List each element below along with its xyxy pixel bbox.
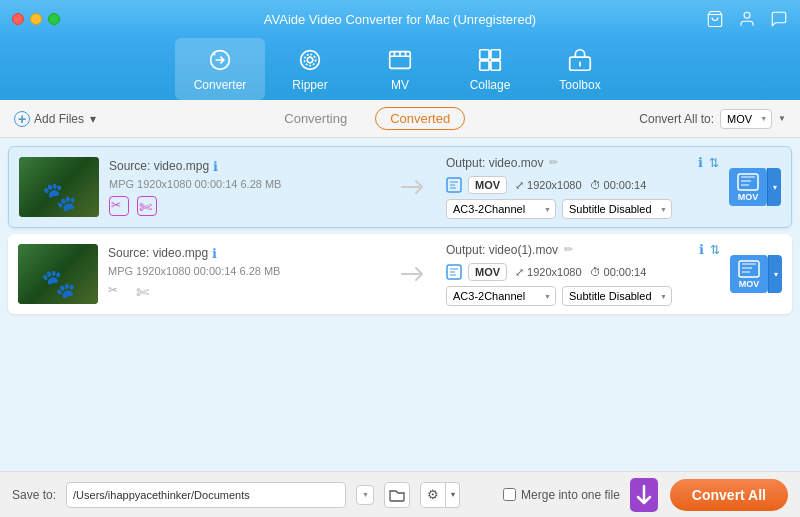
maximize-button[interactable] (48, 13, 60, 25)
converting-tab[interactable]: Converting (276, 107, 355, 130)
tab-collage[interactable]: Collage (445, 38, 535, 100)
down-arrow-icon (636, 484, 652, 506)
audio-select-wrap-2: AC3-2Channel (446, 286, 556, 306)
output-selects-1: AC3-2Channel Subtitle Disabled (446, 199, 719, 219)
format-thumb-btn-1[interactable]: MOV (729, 168, 767, 206)
audio-select-wrap-1: AC3-2Channel (446, 199, 556, 219)
add-files-label: Add Files (34, 112, 84, 126)
output-area-2: Output: video(1).mov ✏ ℹ ⇅ MOV ⤢ 1920x10… (446, 242, 720, 306)
output-info-icon-2[interactable]: ℹ (699, 242, 704, 257)
traffic-lights (12, 13, 60, 25)
user-icon[interactable] (738, 10, 756, 28)
message-icon[interactable] (770, 10, 788, 28)
audio-select-1[interactable]: AC3-2Channel (446, 199, 556, 219)
edit-filename-icon-1[interactable]: ✏ (549, 156, 558, 169)
subtitle-select-2[interactable]: Subtitle Disabled (562, 286, 672, 306)
thumb-btn-icon-2 (738, 260, 760, 278)
output-filename-1: Output: video.mov (446, 156, 543, 170)
merge-label: Merge into one file (521, 488, 620, 502)
convert-all-to-label: Convert All to: (639, 112, 714, 126)
add-files-button[interactable]: + Add Files (14, 111, 84, 127)
output-header-1: Output: video.mov ✏ ℹ ⇅ (446, 155, 719, 170)
output-format-info-2: MOV (446, 263, 507, 281)
clock-icon-1: ⏱ (590, 179, 601, 191)
subtitle-select-wrap-1: Subtitle Disabled (562, 199, 672, 219)
trim-icon-1[interactable]: ✂ (109, 196, 129, 216)
tab-group: Converting Converted (276, 107, 465, 130)
output-info-icon-1[interactable]: ℹ (698, 155, 703, 170)
format-icon-2 (446, 264, 462, 280)
convert-all-to: Convert All to: MOV MP4 AVI ▼ (639, 109, 786, 129)
tab-ripper-label: Ripper (292, 78, 327, 92)
converter-icon (206, 46, 234, 74)
mv-icon (386, 46, 414, 74)
gear-btn-arrow[interactable]: ▾ (446, 482, 460, 508)
toolbar: + Add Files ▾ Converting Converted Conve… (0, 100, 800, 138)
format-thumb-btn-2[interactable]: MOV (730, 255, 768, 293)
source-info-icon-1[interactable]: ℹ (213, 159, 218, 174)
output-res-2: ⤢ 1920x1080 (515, 266, 581, 279)
title-bar: AVAide Video Converter for Mac (Unregist… (0, 0, 800, 38)
audio-select-2[interactable]: AC3-2Channel (446, 286, 556, 306)
cut-icon-2[interactable]: ✄ (136, 283, 156, 303)
add-files-dropdown[interactable]: ▾ (84, 110, 102, 128)
file-row-2: 🐾 Source: video.mpg ℹ MPG 1920x1080 00:0… (8, 234, 792, 314)
merge-checkbox-input[interactable] (503, 488, 516, 501)
thumb-btn-dropdown-1[interactable]: ▾ (767, 168, 781, 206)
output-row-2: MOV ⤢ 1920x1080 ⏱ 00:00:14 (446, 263, 720, 281)
folder-icon-btn[interactable] (384, 482, 410, 508)
output-header-2: Output: video(1).mov ✏ ℹ ⇅ (446, 242, 720, 257)
tab-collage-label: Collage (470, 78, 511, 92)
format-select[interactable]: MOV MP4 AVI (720, 109, 772, 129)
edit-filename-icon-2[interactable]: ✏ (564, 243, 573, 256)
nav-tabs: Converter Ripper MV Collage (0, 38, 800, 100)
save-path-select[interactable] (356, 485, 374, 505)
thumbnail-inner-1: 🐾 (19, 157, 99, 217)
convert-arrow-icon-1 (400, 177, 428, 197)
ripper-icon (296, 46, 324, 74)
file-meta-1: MPG 1920x1080 00:00:14 6.28 MB (109, 178, 382, 190)
tab-toolbox[interactable]: Toolbox (535, 38, 625, 100)
output-settings-icon-1[interactable]: ⇅ (709, 156, 719, 170)
file-info-1: Source: video.mpg ℹ MPG 1920x1080 00:00:… (109, 159, 382, 216)
output-row-1: MOV ⤢ 1920x1080 ⏱ 00:00:14 (446, 176, 719, 194)
tab-converter-label: Converter (194, 78, 247, 92)
arrow-2 (392, 264, 436, 284)
convert-all-button[interactable]: Convert All (670, 479, 788, 511)
output-duration-1: ⏱ 00:00:14 (590, 179, 647, 191)
svg-rect-14 (738, 174, 758, 190)
subtitle-select-1[interactable]: Subtitle Disabled (562, 199, 672, 219)
output-filename-2: Output: video(1).mov (446, 243, 558, 257)
svg-point-1 (744, 12, 750, 18)
source-info-icon-2[interactable]: ℹ (212, 246, 217, 261)
arrow-1 (392, 177, 436, 197)
res-icon-1: ⤢ (515, 179, 524, 192)
tab-ripper[interactable]: Ripper (265, 38, 355, 100)
save-path-dropdown-wrap (356, 485, 374, 505)
svg-rect-16 (739, 261, 759, 277)
res-icon-2: ⤢ (515, 266, 524, 279)
gear-btn-main[interactable]: ⚙ (420, 482, 446, 508)
converted-tab[interactable]: Converted (375, 107, 465, 130)
close-button[interactable] (12, 13, 24, 25)
thumbnail-char-1: 🐾 (42, 180, 77, 213)
output-selects-2: AC3-2Channel Subtitle Disabled (446, 286, 720, 306)
output-res-1: ⤢ 1920x1080 (515, 179, 581, 192)
convert-arrow-wrapper (630, 478, 658, 512)
tab-converter[interactable]: Converter (175, 38, 265, 100)
thumb-btn-dropdown-2[interactable]: ▾ (768, 255, 782, 293)
gear-button-group: ⚙ ▾ (420, 482, 460, 508)
cart-icon[interactable] (706, 10, 724, 28)
trim-icon-2[interactable]: ✂ (108, 283, 128, 303)
minimize-button[interactable] (30, 13, 42, 25)
thumb-btn-icon-1 (737, 173, 759, 191)
thumb-btn-label-2: MOV (739, 279, 760, 289)
thumbnail-char-2: 🐾 (41, 267, 76, 300)
cut-icon-1[interactable]: ✄ (137, 196, 157, 216)
format-dropdown-arrow[interactable]: ▼ (778, 114, 786, 123)
convert-arrow-icon-2 (400, 264, 428, 284)
output-settings-icon-2[interactable]: ⇅ (710, 243, 720, 257)
tab-mv[interactable]: MV (355, 38, 445, 100)
save-path-input[interactable] (66, 482, 346, 508)
file-source-1: Source: video.mpg ℹ (109, 159, 382, 174)
